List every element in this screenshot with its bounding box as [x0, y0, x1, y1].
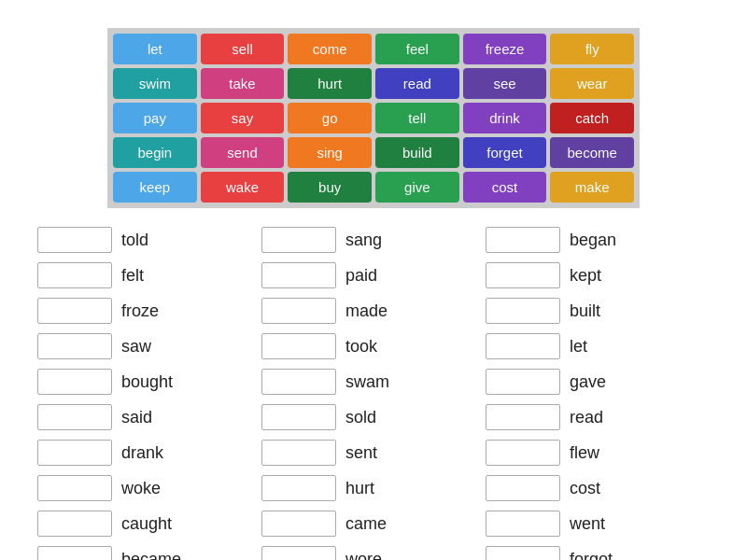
answer-row-item-col1-row2: felt — [37, 262, 261, 288]
answer-input-col1-row10[interactable] — [37, 546, 112, 560]
word-tile-cost[interactable]: cost — [463, 172, 547, 203]
answer-label-col3-row4: let — [570, 337, 587, 357]
answer-input-col2-row6[interactable] — [261, 404, 336, 430]
word-tile-begin[interactable]: begin — [113, 137, 197, 168]
answer-input-col2-row4[interactable] — [261, 333, 336, 359]
answer-label-col2-row8: hurt — [345, 479, 374, 498]
word-tile-feel[interactable]: feel — [375, 34, 459, 64]
answer-row-item-col2-row9: came — [261, 511, 486, 537]
answer-col-3: begankeptbuiltletgavereadflewcostwentfor… — [486, 227, 710, 560]
answer-label-col2-row5: swam — [345, 372, 389, 392]
answer-row-item-col1-row8: woke — [37, 475, 261, 501]
word-tile-forget[interactable]: forget — [463, 137, 547, 168]
answer-input-col3-row4[interactable] — [486, 333, 560, 359]
word-tile-sell[interactable]: sell — [201, 34, 285, 64]
answer-label-col1-row2: felt — [121, 266, 144, 286]
answer-label-col1-row1: told — [121, 231, 148, 250]
answer-input-col1-row5[interactable] — [37, 369, 112, 395]
answer-input-col1-row8[interactable] — [37, 475, 112, 501]
answer-input-col1-row7[interactable] — [37, 440, 112, 466]
answer-label-col3-row1: began — [570, 231, 616, 250]
answer-input-col1-row4[interactable] — [37, 333, 112, 359]
answer-input-col3-row10[interactable] — [486, 546, 560, 560]
word-tile-fly[interactable]: fly — [550, 34, 634, 64]
answer-input-col3-row6[interactable] — [486, 404, 560, 430]
word-grid: letsellcomefeelfreezeflyswimtakehurtread… — [107, 28, 640, 208]
answer-input-col3-row2[interactable] — [486, 262, 560, 288]
answer-label-col2-row9: came — [345, 514, 387, 534]
word-tile-come[interactable]: come — [288, 34, 372, 64]
word-tile-go[interactable]: go — [288, 103, 372, 133]
answer-row-item-col3-row10: forgot — [486, 546, 710, 560]
answer-input-col2-row1[interactable] — [261, 227, 336, 253]
answer-row-item-col3-row7: flew — [486, 440, 710, 466]
answer-input-col3-row7[interactable] — [486, 440, 560, 466]
answer-row-item-col2-row1: sang — [261, 227, 486, 253]
answer-row-item-col2-row8: hurt — [261, 475, 486, 501]
answer-label-col3-row7: flew — [570, 443, 599, 463]
answer-row-item-col1-row10: became — [37, 546, 261, 560]
answer-section: toldfeltfrozesawboughtsaiddrankwokecaugh… — [37, 227, 710, 560]
answer-label-col2-row3: made — [345, 301, 388, 321]
word-tile-make[interactable]: make — [550, 172, 634, 203]
answer-label-col3-row9: went — [570, 514, 605, 534]
answer-label-col2-row4: took — [345, 337, 377, 357]
word-tile-buy[interactable]: buy — [288, 172, 372, 203]
answer-input-col2-row10[interactable] — [261, 546, 336, 560]
answer-input-col2-row9[interactable] — [261, 511, 336, 537]
answer-input-col1-row2[interactable] — [37, 262, 112, 288]
answer-label-col1-row8: woke — [121, 479, 161, 498]
word-tile-keep[interactable]: keep — [113, 172, 197, 203]
word-tile-let[interactable]: let — [113, 34, 197, 64]
word-tile-freeze[interactable]: freeze — [463, 34, 547, 64]
answer-row-item-col3-row3: built — [486, 298, 710, 324]
word-tile-wake[interactable]: wake — [201, 172, 285, 203]
answer-label-col2-row1: sang — [345, 231, 382, 250]
answer-label-col1-row10: became — [121, 550, 181, 561]
word-tile-read[interactable]: read — [375, 68, 459, 99]
answer-row-item-col2-row4: took — [261, 333, 486, 359]
word-tile-pay[interactable]: pay — [113, 103, 197, 133]
answer-input-col2-row2[interactable] — [261, 262, 336, 288]
answer-row-item-col3-row5: gave — [486, 369, 710, 395]
answer-label-col2-row6: sold — [345, 408, 376, 427]
answer-row-item-col3-row2: kept — [486, 262, 710, 288]
answer-label-col2-row10: wore — [345, 550, 382, 561]
word-tile-hurt[interactable]: hurt — [288, 68, 372, 99]
answer-input-col2-row3[interactable] — [261, 298, 336, 324]
word-tile-become[interactable]: become — [550, 137, 634, 168]
answer-input-col3-row9[interactable] — [486, 511, 560, 537]
answer-row-item-col2-row10: wore — [261, 546, 486, 560]
word-tile-say[interactable]: say — [201, 103, 285, 133]
word-tile-sing[interactable]: sing — [288, 137, 372, 168]
word-tile-give[interactable]: give — [375, 172, 459, 203]
word-tile-send[interactable]: send — [201, 137, 285, 168]
word-tile-wear[interactable]: wear — [550, 68, 634, 99]
answer-input-col1-row1[interactable] — [37, 227, 112, 253]
word-tile-see[interactable]: see — [463, 68, 547, 99]
word-tile-drink[interactable]: drink — [463, 103, 547, 133]
answer-label-col1-row5: bought — [121, 372, 173, 392]
answer-row-item-col1-row3: froze — [37, 298, 261, 324]
answer-row-item-col3-row1: began — [486, 227, 710, 253]
answer-input-col3-row8[interactable] — [486, 475, 560, 501]
answer-label-col3-row6: read — [570, 408, 603, 427]
word-tile-take[interactable]: take — [201, 68, 285, 99]
answer-row-item-col2-row3: made — [261, 298, 486, 324]
word-tile-tell[interactable]: tell — [375, 103, 459, 133]
answer-input-col3-row1[interactable] — [486, 227, 560, 253]
answer-row-item-col1-row9: caught — [37, 511, 261, 537]
answer-row-item-col2-row2: paid — [261, 262, 486, 288]
answer-input-col2-row5[interactable] — [261, 369, 336, 395]
answer-input-col3-row3[interactable] — [486, 298, 560, 324]
answer-input-col1-row6[interactable] — [37, 404, 112, 430]
answer-input-col3-row5[interactable] — [486, 369, 560, 395]
answer-input-col1-row9[interactable] — [37, 511, 112, 537]
answer-input-col1-row3[interactable] — [37, 298, 112, 324]
word-tile-swim[interactable]: swim — [113, 68, 197, 99]
answer-col-2: sangpaidmadetookswamsoldsenthurtcamewore — [261, 227, 486, 560]
answer-input-col2-row8[interactable] — [261, 475, 336, 501]
word-tile-build[interactable]: build — [375, 137, 459, 168]
word-tile-catch[interactable]: catch — [550, 103, 634, 133]
answer-input-col2-row7[interactable] — [261, 440, 336, 466]
